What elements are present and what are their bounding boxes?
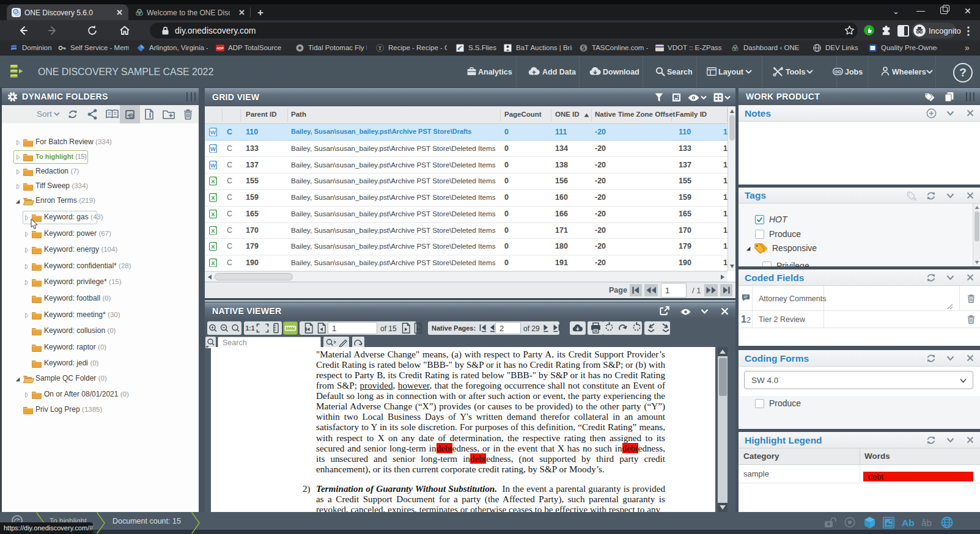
svg-text:GD: GD	[834, 69, 842, 75]
svg-text:X: X	[211, 178, 215, 185]
svg-text:X: X	[211, 227, 215, 234]
svg-text:X: X	[211, 260, 215, 266]
svg-text:W: W	[210, 145, 215, 152]
svg-text:X: X	[211, 243, 215, 250]
svg-text:ADP: ADP	[216, 46, 224, 50]
svg-text:T: T	[378, 46, 381, 51]
svg-text:1:1: 1:1	[245, 324, 254, 332]
svg-text:W: W	[210, 129, 215, 136]
svg-text:W: W	[210, 162, 215, 169]
svg-text:X: X	[211, 211, 215, 218]
svg-text:X: X	[211, 194, 215, 201]
